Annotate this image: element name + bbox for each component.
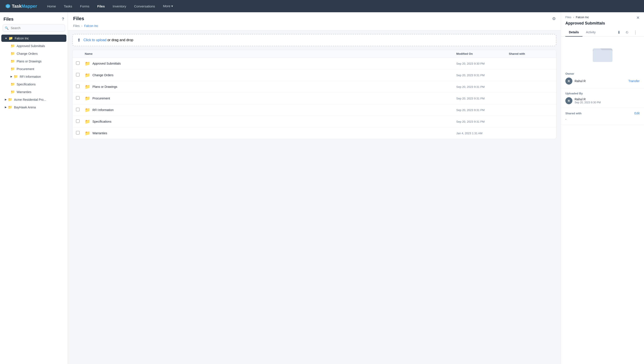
breadcrumb-files[interactable]: Files (73, 24, 80, 28)
search-input[interactable] (3, 24, 65, 32)
folder-preview-icon (592, 44, 614, 63)
chevron-down-icon: ▼ (5, 37, 7, 40)
row-name: 📁Procurement (85, 96, 456, 101)
row-checkbox[interactable] (76, 73, 85, 77)
table-row[interactable]: 📁Approved Submittals Sep 20, 2023 9:30 P… (72, 58, 556, 70)
folder-icon: 📁 (85, 107, 90, 112)
upload-text: Click to upload or drag and drop (84, 38, 134, 42)
panel-breadcrumb-files: Files (565, 16, 571, 19)
sidebar-item-falcon-inc[interactable]: ▼ 📁 Falcon Inc (1, 34, 66, 42)
sidebar-item-label: Change Orders (17, 52, 38, 56)
breadcrumb: Files › Falcon Inc (73, 24, 556, 30)
panel-actions: ⬇ ⎋ ⋮ (615, 29, 640, 36)
sidebar-item-change-orders[interactable]: 📁 Change Orders (1, 50, 66, 57)
close-icon[interactable]: ✕ (636, 15, 640, 20)
row-date: Jan 4, 2023 1:31 AM (456, 132, 509, 135)
breadcrumb-falcon-inc[interactable]: Falcon Inc (84, 24, 98, 28)
search-icon: 🔍 (5, 26, 8, 30)
upload-icon: ⬆ (77, 38, 81, 43)
sidebar-item-plans-or-drawings[interactable]: 📁 Plans or Drawings (1, 58, 66, 65)
row-checkbox[interactable] (76, 108, 85, 112)
folder-icon: 📁 (10, 52, 15, 56)
folder-icon: 📁 (10, 59, 15, 63)
upload-link[interactable]: Click to upload (84, 38, 106, 42)
sidebar-item-procurement[interactable]: 📁 Procurement (1, 65, 66, 72)
shared-with-label: Shared with (565, 112, 582, 115)
row-date: Sep 20, 2023 9:31 PM (456, 74, 509, 77)
folder-icon: 📁 (85, 119, 90, 124)
more-options-icon[interactable]: ⋮ (632, 29, 639, 36)
nav-tasks[interactable]: Tasks (61, 2, 75, 10)
row-checkbox[interactable] (76, 61, 85, 66)
panel-breadcrumb-folder: Falcon Inc (576, 16, 589, 19)
nav-forms[interactable]: Forms (77, 2, 93, 10)
panel-owner-section: Owner R Rahul R Transfer (561, 68, 644, 88)
edit-shared-button[interactable]: Edit (634, 112, 640, 115)
sidebar-item-bayhawk-arena[interactable]: ▶ 📁 BayHawk Arena (1, 104, 66, 111)
chevron-right-icon: ▶ (5, 98, 6, 101)
folder-icon: 📁 (10, 82, 15, 86)
transfer-button[interactable]: Transfer (628, 79, 640, 83)
row-checkbox[interactable] (76, 119, 85, 124)
sidebar-item-label: Plans or Drawings (17, 60, 42, 63)
col-name: Name (85, 52, 456, 56)
sidebar: Files ? 🔍 ▼ 📁 Falcon Inc 📁 Approved Subm… (0, 12, 68, 364)
folder-icon: 📁 (85, 61, 90, 66)
table-row[interactable]: 📁Change Orders Sep 20, 2023 9:31 PM (72, 70, 556, 81)
owner-avatar: R (565, 78, 572, 84)
row-checkbox[interactable] (76, 96, 85, 100)
uploader-info: Rahul R Sep 20, 2023 9:30 PM (574, 98, 601, 104)
folder-icon: 📁 (8, 36, 13, 40)
upload-area[interactable]: ⬆ Click to upload or drag and drop (72, 34, 556, 46)
row-checkbox[interactable] (76, 84, 85, 89)
panel-tabs: Details Activity (565, 28, 599, 36)
uploaded-by-label: Uploaded By (565, 92, 640, 95)
files-table: Name Modified On Shared with 📁Approved S… (72, 50, 556, 139)
folder-icon: 📁 (85, 130, 90, 136)
page-title: Files (73, 16, 84, 22)
topnav: Task Mapper Home Tasks Forms Files Inven… (0, 0, 644, 12)
panel-uploaded-section: Uploaded By R Rahul R Sep 20, 2023 9:30 … (561, 88, 644, 108)
nav-conversations[interactable]: Conversations (131, 2, 158, 10)
sidebar-item-label: Acme Residential Pro... (14, 98, 46, 102)
owner-user: R Rahul R (565, 78, 586, 84)
row-date: Sep 20, 2023 9:31 PM (456, 108, 509, 112)
sidebar-item-acme-residential[interactable]: ▶ 📁 Acme Residential Pro... (1, 96, 66, 103)
right-panel: Files › Falcon Inc ✕ Approved Submittals… (561, 12, 644, 364)
folder-icon: 📁 (10, 44, 15, 48)
sidebar-item-label: RFI Information (20, 75, 41, 78)
table-row[interactable]: 📁Procurement Sep 20, 2023 9:31 PM (72, 93, 556, 104)
help-circle-icon[interactable]: ⊙ (552, 16, 556, 21)
download-icon[interactable]: ⬇ (616, 29, 622, 36)
sidebar-item-approved-submittals[interactable]: 📁 Approved Submittals (1, 42, 66, 50)
col-check (76, 52, 85, 56)
nav-more[interactable]: More ▾ (160, 2, 176, 10)
nav-inventory[interactable]: Inventory (110, 2, 129, 10)
panel-title: Approved Submittals (561, 20, 644, 28)
table-row[interactable]: 📁Warranties Jan 4, 2023 1:31 AM (72, 128, 556, 139)
nav-files[interactable]: Files (94, 2, 108, 10)
sidebar-item-label: Falcon Inc (15, 36, 29, 40)
folder-icon: 📁 (8, 98, 12, 102)
nav-links: Home Tasks Forms Files Inventory Convers… (44, 2, 176, 10)
folder-icon: 📁 (8, 105, 12, 109)
page-title-row: Files ⊙ (73, 16, 556, 22)
uploader-user: R Rahul R Sep 20, 2023 9:30 PM (565, 97, 640, 104)
breadcrumb-separator: › (82, 24, 82, 28)
nav-home[interactable]: Home (44, 2, 59, 10)
sidebar-item-rfi-information[interactable]: ▶ 📁 RFI Information (1, 73, 66, 80)
help-icon[interactable]: ? (62, 17, 64, 22)
tab-activity[interactable]: Activity (582, 28, 599, 36)
row-checkbox[interactable] (76, 131, 85, 135)
sidebar-item-warranties[interactable]: 📁 Warranties (1, 88, 66, 96)
table-row[interactable]: 📁RFI Information Sep 20, 2023 9:31 PM (72, 104, 556, 116)
sidebar-title: Files (4, 17, 14, 22)
table-row[interactable]: 📁Plans or Drawings Sep 20, 2023 9:31 PM (72, 81, 556, 93)
owner-name: Rahul R (574, 79, 586, 83)
sidebar-item-specifications[interactable]: 📁 Specifications (1, 80, 66, 88)
uploader-name: Rahul R (574, 98, 601, 101)
table-row[interactable]: 📁Specifications Sep 20, 2023 9:31 PM (72, 116, 556, 128)
share-icon[interactable]: ⎋ (624, 29, 630, 36)
tab-details[interactable]: Details (565, 28, 582, 36)
folder-icon: 📁 (10, 90, 15, 94)
